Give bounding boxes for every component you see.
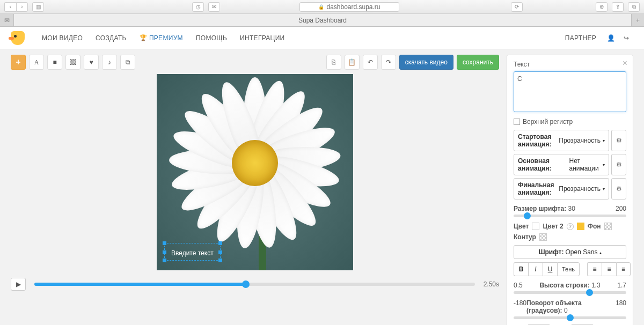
nav-back-button[interactable]: ‹ <box>4 2 16 12</box>
lock-icon: 🔒 <box>318 4 324 10</box>
tabs-button[interactable]: ⧉ <box>628 2 640 12</box>
main-animation-settings[interactable]: ⚙ <box>611 154 626 175</box>
font-select[interactable]: Шрифт: Open Sans ▴ <box>514 245 626 259</box>
tool-heart[interactable]: ♥ <box>84 55 99 70</box>
start-animation-settings[interactable]: ⚙ <box>611 130 626 151</box>
browser-tab[interactable]: Supa Dashboard <box>14 14 631 26</box>
end-animation-select[interactable]: Финальная анимация: Прозрачность▾ <box>514 178 609 200</box>
timeline-thumb[interactable] <box>242 280 250 288</box>
tool-image[interactable]: 🖼 <box>65 55 80 70</box>
italic-button[interactable]: I <box>528 262 543 276</box>
tool-copy[interactable]: ⧉ <box>120 55 135 70</box>
rotation-slider[interactable] <box>514 316 626 319</box>
text-content-input[interactable]: С <box>514 71 626 112</box>
align-center-button[interactable]: ≡ <box>602 262 616 276</box>
font-size-slider[interactable] <box>514 215 626 217</box>
canvas-text-element[interactable]: Введите текст <box>164 243 221 261</box>
align-right-button[interactable]: ≡ <box>616 262 631 276</box>
logo-icon[interactable] <box>11 31 25 45</box>
nav-forward-button[interactable]: › <box>16 2 28 12</box>
nav-premium[interactable]: 🏆ПРЕМИУМ <box>133 34 189 42</box>
shadow-button[interactable]: Тень <box>557 262 580 276</box>
uppercase-checkbox[interactable]: Верхний регистр <box>514 118 626 125</box>
address-bar[interactable]: 🔒 dashboard.supa.ru <box>299 2 399 12</box>
nav-my-videos[interactable]: МОИ ВИДЕО <box>35 34 89 42</box>
nav-integrations[interactable]: ИНТЕГРАЦИИ <box>233 34 291 42</box>
tool-duplicate[interactable]: ⎘ <box>326 55 341 70</box>
properties-panel: × Текст С Верхний регистр Стартовая аним… <box>507 55 633 325</box>
panel-title: Текст <box>514 61 626 68</box>
close-panel-button[interactable]: × <box>623 58 627 68</box>
main-animation-select[interactable]: Основная анимация: Нет анимации▾ <box>514 154 609 175</box>
text-color2-swatch[interactable] <box>577 223 584 230</box>
bold-button[interactable]: B <box>514 262 528 276</box>
app-nav: МОИ ВИДЕО СОЗДАТЬ 🏆ПРЕМИУМ ПОМОЩЬ ИНТЕГР… <box>0 27 644 49</box>
canvas[interactable]: Введите текст <box>157 74 353 270</box>
download-video-button[interactable]: скачать видео <box>399 55 453 70</box>
tool-shape[interactable]: ■ <box>47 55 62 70</box>
reload-button[interactable]: ⟳ <box>511 2 523 12</box>
add-button[interactable]: ⊕ <box>596 2 608 12</box>
nav-help[interactable]: ПОМОЩЬ <box>189 34 233 42</box>
align-left-button[interactable]: ≡ <box>587 262 602 276</box>
tool-text[interactable]: A <box>29 55 44 70</box>
clock-icon[interactable]: ◷ <box>192 2 204 12</box>
share-button[interactable]: ⇪ <box>612 2 624 12</box>
color2-help-icon[interactable]: ? <box>567 223 574 230</box>
text-color-swatch[interactable] <box>532 223 539 230</box>
tool-paste[interactable]: 📋 <box>345 55 360 70</box>
mail-tab-icon[interactable]: ✉ <box>0 14 14 26</box>
nav-partner[interactable]: ПАРТНЕР <box>559 34 603 42</box>
outline-color-swatch[interactable] <box>539 233 547 241</box>
duration-label: 2.50s <box>484 280 499 288</box>
underline-button[interactable]: U <box>543 262 557 276</box>
timeline-track[interactable] <box>34 283 475 286</box>
mail-button[interactable]: ✉ <box>208 2 220 12</box>
play-button[interactable]: ▶ <box>11 278 26 291</box>
sidebar-toggle-button[interactable]: ▥ <box>32 2 44 12</box>
timeline: ▶ 2.50s <box>11 278 499 291</box>
tab-bar: ✉ Supa Dashboard + <box>0 14 644 27</box>
new-tab-button[interactable]: + <box>631 14 644 26</box>
end-animation-settings[interactable]: ⚙ <box>611 178 626 200</box>
add-element-button[interactable]: + <box>11 55 26 70</box>
nav-create[interactable]: СОЗДАТЬ <box>89 34 133 42</box>
tool-redo[interactable]: ↷ <box>381 55 396 70</box>
save-button[interactable]: сохранить <box>457 55 499 70</box>
trophy-icon: 🏆 <box>140 34 147 41</box>
logout-icon[interactable]: ↪ <box>619 34 633 42</box>
start-animation-select[interactable]: Стартовая анимация: Прозрачность▾ <box>514 130 609 151</box>
tool-undo[interactable]: ↶ <box>363 55 378 70</box>
line-height-slider[interactable] <box>514 291 626 294</box>
tool-music[interactable]: ♪ <box>102 55 117 70</box>
editor-toolbar: + A ■ 🖼 ♥ ♪ ⧉ ⎘ 📋 ↶ ↷ скачать видео сохр… <box>11 55 499 70</box>
bg-color-swatch[interactable] <box>604 223 612 230</box>
browser-toolbar: ‹ › ▥ ◷ ✉ 🔒 dashboard.supa.ru ⟳ ⊕ ⇪ ⧉ <box>0 0 644 14</box>
user-icon[interactable]: 👤 <box>603 34 619 42</box>
url-text: dashboard.supa.ru <box>326 3 380 11</box>
flower-image <box>164 74 346 254</box>
